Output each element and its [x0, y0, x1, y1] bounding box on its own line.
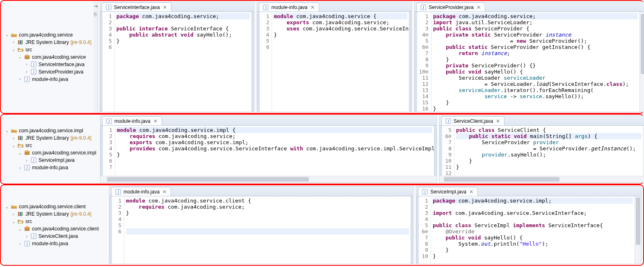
code-line[interactable] [126, 216, 409, 222]
code-line[interactable]: ServiceLoader serviceLoader [433, 75, 638, 81]
tree-src[interactable]: ⌄src [11, 218, 105, 225]
tree-package[interactable]: ⌄com.java4coding.service.impl [18, 149, 96, 157]
collapse-icon[interactable]: ⇥ [94, 3, 98, 9]
code-line[interactable]: uses com.java4coding.service.ServiceInte… [274, 25, 407, 32]
code-line[interactable]: service -> service.sayHello()); [433, 93, 638, 99]
code-line[interactable]: } [117, 152, 432, 158]
close-icon[interactable]: ✕ [495, 118, 501, 124]
code-line[interactable] [116, 44, 250, 50]
code-line[interactable]: public interface ServiceInterface { [116, 25, 250, 32]
code-content[interactable]: module com.java4coding.service { exports… [272, 12, 409, 112]
close-icon[interactable]: ✕ [310, 5, 315, 10]
editor-tab[interactable]: module-info.java ✕ [111, 187, 171, 196]
code-line[interactable]: @Override [433, 228, 633, 235]
close-icon[interactable]: ✕ [162, 5, 168, 10]
code-line[interactable]: } [116, 38, 250, 44]
code-line[interactable]: public void sayHello() { [433, 235, 633, 241]
tree-project[interactable]: ⌄com.java4coding.service.client [5, 203, 105, 210]
code-content[interactable]: package com.java4coding.service; public … [115, 12, 252, 112]
code-line[interactable]: } [126, 210, 409, 216]
tree-jre[interactable]: ›JRE System Library [jre-9.0.4] [11, 39, 91, 46]
code-line[interactable] [126, 222, 409, 228]
code-line[interactable]: = new ServiceProvider(); [433, 38, 638, 44]
tree-file[interactable]: ›ServiceInterface.java [25, 61, 91, 68]
tree-jre[interactable]: ›JRE System Library [jre-9.0.4] [11, 210, 105, 218]
editor-tab[interactable]: ServiceClient.java ✕ [441, 116, 505, 125]
code-line[interactable]: provider.sayHello(); [456, 152, 642, 158]
tree-file[interactable]: ›ServiceClient.java [25, 232, 105, 240]
tree-module-file[interactable]: ›module-info.java [18, 240, 105, 247]
code-line[interactable] [117, 158, 432, 164]
tree-project[interactable]: ⌄com.java4coding.service [5, 31, 91, 39]
code-line[interactable]: module com.java4coding.service { [274, 13, 407, 19]
code-content[interactable]: package com.java4coding.service;import j… [432, 12, 639, 112]
code-line[interactable]: exports com.java4coding.service; [274, 19, 407, 25]
code-content[interactable]: module com.java4coding.service.impl { re… [115, 126, 434, 176]
code-content[interactable]: package com.java4coding.service.impl; im… [431, 196, 635, 264]
code-line[interactable]: package com.java4coding.service.impl; [433, 198, 633, 204]
code-line[interactable]: } [433, 253, 633, 259]
code-line[interactable]: public class ServiceImpl implements Serv… [433, 222, 633, 228]
code-line[interactable]: ServiceProvider provider [456, 139, 642, 145]
code-line[interactable] [433, 204, 633, 210]
code-content[interactable]: public class ServiceClient { public stat… [454, 126, 643, 176]
tree-package[interactable]: ⌄com.java4coding.service [18, 53, 91, 61]
code-line[interactable]: } [433, 106, 638, 112]
code-line[interactable]: private static ServiceProvider instance [433, 32, 638, 38]
code-area[interactable]: 123456 package com.java4coding.service; … [100, 12, 254, 112]
code-line[interactable]: System.out.println("Hello"); [433, 241, 633, 247]
code-line[interactable] [433, 216, 633, 222]
close-icon[interactable]: ✕ [162, 189, 167, 195]
code-line[interactable] [274, 38, 407, 44]
editor-tab[interactable]: ServiceImpl.java ✕ [418, 187, 478, 196]
code-line[interactable]: package com.java4coding.service; [433, 13, 638, 19]
code-line[interactable] [274, 44, 407, 50]
code-line[interactable]: public void sayHello() { [433, 69, 638, 75]
horizontal-scrollbar[interactable] [440, 176, 644, 182]
tree-src[interactable]: ⌄src [11, 142, 96, 149]
code-line[interactable]: } [433, 247, 633, 253]
code-line[interactable]: import java.util.ServiceLoader; [433, 19, 638, 25]
code-line[interactable]: } [456, 158, 642, 164]
code-line[interactable] [126, 228, 409, 235]
vertical-scrollbar[interactable] [639, 12, 644, 112]
code-line[interactable] [116, 19, 250, 25]
code-line[interactable] [117, 164, 432, 170]
code-line[interactable]: } [433, 99, 638, 106]
code-line[interactable]: public static void main(String[] args) { [456, 133, 642, 139]
tree-module-file[interactable]: ›module-info.java [18, 76, 91, 83]
close-icon[interactable]: ✕ [468, 189, 474, 195]
code-area[interactable]: 1234567 module com.java4coding.service.i… [100, 126, 436, 176]
code-line[interactable]: = ServiceProvider.getInstance(); [456, 145, 642, 152]
horizontal-scrollbar[interactable] [100, 176, 436, 182]
code-area[interactable]: 123456⊖78910 package com.java4coding.ser… [416, 196, 641, 264]
tree-jre[interactable]: ›JRE System Library [jre-9.0.4] [11, 134, 96, 142]
code-area[interactable]: 123456 module com.java4coding.service.cl… [110, 196, 413, 264]
editor-tab[interactable]: ServiceInterface.java ✕ [102, 2, 171, 12]
code-line[interactable]: requires com.java4coding.service; [117, 133, 432, 139]
tree-file[interactable]: ›ServiceImpl.java [25, 157, 96, 164]
tree-file[interactable]: ›ServiceProvider.java [25, 68, 91, 76]
tree-package[interactable]: ⌄com.java4coding.service.client [18, 225, 105, 232]
link-editor-icon[interactable]: ⎘ [94, 12, 97, 17]
code-line[interactable]: public class ServiceClient { [456, 127, 642, 133]
code-area[interactable]: 123456 module com.java4coding.service { … [257, 12, 411, 112]
tree-project[interactable]: ⌄com.java4coding.service.impl [5, 127, 96, 134]
code-line[interactable]: } [274, 32, 407, 38]
close-icon[interactable]: ✕ [476, 5, 482, 10]
tree-module-file[interactable]: ›module-info.java [18, 164, 96, 171]
code-content[interactable]: module com.java4coding.service.client { … [124, 196, 411, 264]
vertical-scrollbar[interactable] [635, 196, 641, 264]
code-line[interactable]: serviceLoader.iterator().forEachRemainin… [433, 87, 638, 93]
code-line[interactable]: module com.java4coding.service.client { [126, 198, 409, 204]
code-area[interactable]: 1234⊖56⊖78910⊖111213141516 package com.j… [415, 12, 644, 112]
code-line[interactable]: requires com.java4coding.service; [126, 204, 409, 210]
code-line[interactable]: public abstract void sayHello(); [116, 32, 250, 38]
editor-tab[interactable]: ServiceProvider.java ✕ [416, 2, 485, 12]
code-line[interactable]: } [433, 56, 638, 62]
code-area[interactable]: 56⊖789101112 public class ServiceClient … [440, 126, 644, 176]
editor-tab[interactable]: module-info.java ✕ [102, 116, 162, 125]
code-line[interactable]: = ServiceLoader.load(ServiceInterface.cl… [433, 81, 638, 87]
code-line[interactable]: public class ServiceProvider { [433, 25, 638, 32]
tree-src[interactable]: ⌄src [11, 46, 91, 53]
